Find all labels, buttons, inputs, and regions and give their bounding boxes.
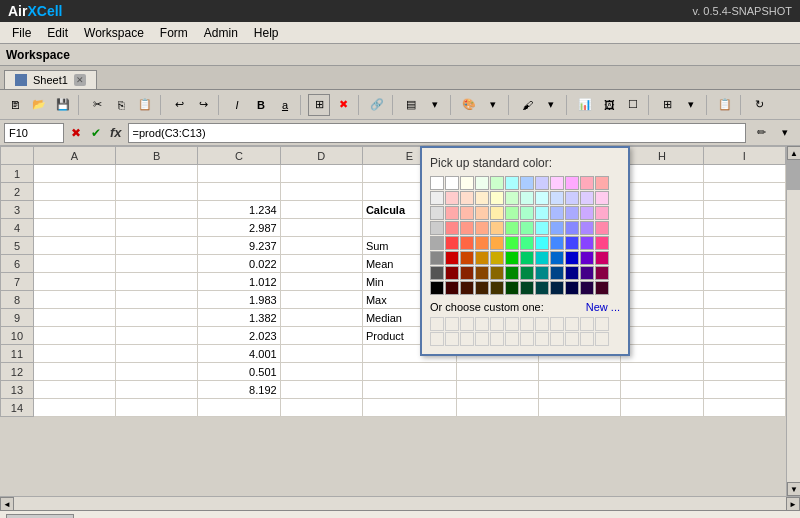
formula-edit-icon[interactable]: ✏: [750, 122, 772, 144]
grid-cell[interactable]: 0.501: [198, 363, 280, 381]
scroll-down-button[interactable]: ▼: [787, 482, 800, 496]
scroll-right-button[interactable]: ►: [786, 497, 800, 511]
grid-cell[interactable]: 8.192: [198, 381, 280, 399]
grid-cell[interactable]: [703, 309, 785, 327]
grid-cell[interactable]: [33, 399, 115, 417]
grid-cell[interactable]: [621, 165, 703, 183]
color-swatch[interactable]: [490, 251, 504, 265]
new-color-link[interactable]: New ...: [586, 301, 620, 313]
color-swatch[interactable]: [595, 206, 609, 220]
color-swatch[interactable]: [490, 281, 504, 295]
color-swatch[interactable]: [430, 206, 444, 220]
color-swatch[interactable]: [445, 281, 459, 295]
color-swatch[interactable]: [505, 251, 519, 265]
menu-help[interactable]: Help: [246, 24, 287, 42]
color-swatch[interactable]: [505, 176, 519, 190]
grid-cell[interactable]: [33, 291, 115, 309]
color-swatch[interactable]: [505, 266, 519, 280]
color-swatch[interactable]: [595, 221, 609, 235]
toolbar-underline[interactable]: a: [274, 94, 296, 116]
grid-cell[interactable]: [116, 381, 198, 399]
color-swatch[interactable]: [565, 251, 579, 265]
grid-cell[interactable]: [280, 363, 362, 381]
color-swatch[interactable]: [505, 281, 519, 295]
color-swatch[interactable]: [565, 281, 579, 295]
color-swatch[interactable]: [535, 206, 549, 220]
color-swatch[interactable]: [490, 221, 504, 235]
formula-cancel-button[interactable]: ✖: [68, 125, 84, 141]
color-swatch[interactable]: [490, 236, 504, 250]
grid-cell[interactable]: [116, 255, 198, 273]
color-swatch[interactable]: [565, 176, 579, 190]
toolbar-open[interactable]: 📂: [28, 94, 50, 116]
toolbar-align-dropdown[interactable]: ▾: [424, 94, 446, 116]
color-swatch[interactable]: [550, 251, 564, 265]
custom-color-swatch[interactable]: [565, 317, 579, 331]
col-header-d[interactable]: D: [280, 147, 362, 165]
grid-cell[interactable]: [703, 165, 785, 183]
color-swatch[interactable]: [490, 176, 504, 190]
custom-color-swatch[interactable]: [535, 317, 549, 331]
color-swatch[interactable]: [580, 236, 594, 250]
custom-color-swatch[interactable]: [475, 317, 489, 331]
color-swatch[interactable]: [595, 251, 609, 265]
grid-cell[interactable]: [621, 255, 703, 273]
grid-cell[interactable]: [33, 363, 115, 381]
grid-cell[interactable]: [33, 201, 115, 219]
formula-dropdown[interactable]: ▾: [774, 122, 796, 144]
grid-cell[interactable]: [116, 363, 198, 381]
color-swatch[interactable]: [475, 281, 489, 295]
toolbar-color-dropdown[interactable]: ▾: [482, 94, 504, 116]
toolbar-italic[interactable]: I: [226, 94, 248, 116]
custom-color-swatch[interactable]: [505, 332, 519, 346]
grid-cell[interactable]: [703, 327, 785, 345]
color-swatch[interactable]: [535, 221, 549, 235]
grid-cell[interactable]: 0.022: [198, 255, 280, 273]
toolbar-redo[interactable]: ↪: [192, 94, 214, 116]
sheet-tab-close[interactable]: ✕: [74, 74, 86, 86]
grid-cell[interactable]: [621, 327, 703, 345]
cell-reference-input[interactable]: [4, 123, 64, 143]
color-swatch[interactable]: [475, 176, 489, 190]
color-swatch[interactable]: [580, 251, 594, 265]
menu-file[interactable]: File: [4, 24, 39, 42]
grid-cell[interactable]: [703, 291, 785, 309]
grid-cell[interactable]: [621, 399, 703, 417]
color-swatch[interactable]: [430, 281, 444, 295]
color-swatch[interactable]: [580, 281, 594, 295]
grid-cell[interactable]: [703, 219, 785, 237]
grid-cell[interactable]: [621, 219, 703, 237]
color-swatch[interactable]: [580, 191, 594, 205]
color-swatch[interactable]: [490, 266, 504, 280]
toolbar-align-left[interactable]: ▤: [400, 94, 422, 116]
color-swatch[interactable]: [565, 266, 579, 280]
grid-cell[interactable]: [621, 201, 703, 219]
grid-cell[interactable]: [539, 363, 621, 381]
grid-cell[interactable]: [33, 237, 115, 255]
grid-cell[interactable]: [280, 399, 362, 417]
color-swatch[interactable]: [460, 176, 474, 190]
color-swatch[interactable]: [505, 206, 519, 220]
color-swatch[interactable]: [430, 251, 444, 265]
grid-cell[interactable]: [621, 291, 703, 309]
grid-cell[interactable]: [280, 165, 362, 183]
grid-cell[interactable]: [116, 309, 198, 327]
color-swatch[interactable]: [535, 281, 549, 295]
color-swatch[interactable]: [505, 236, 519, 250]
toolbar-copy[interactable]: ⎘: [110, 94, 132, 116]
grid-cell[interactable]: [33, 255, 115, 273]
col-header-a[interactable]: A: [33, 147, 115, 165]
toolbar-link[interactable]: 🔗: [366, 94, 388, 116]
custom-color-swatch[interactable]: [460, 317, 474, 331]
custom-color-swatch[interactable]: [595, 317, 609, 331]
grid-cell[interactable]: [280, 219, 362, 237]
color-swatch[interactable]: [505, 191, 519, 205]
grid-cell[interactable]: [362, 399, 456, 417]
color-swatch[interactable]: [445, 206, 459, 220]
color-swatch[interactable]: [595, 281, 609, 295]
grid-cell[interactable]: [703, 183, 785, 201]
grid-cell[interactable]: [116, 327, 198, 345]
grid-cell[interactable]: [703, 399, 785, 417]
color-swatch[interactable]: [580, 206, 594, 220]
color-swatch[interactable]: [535, 236, 549, 250]
